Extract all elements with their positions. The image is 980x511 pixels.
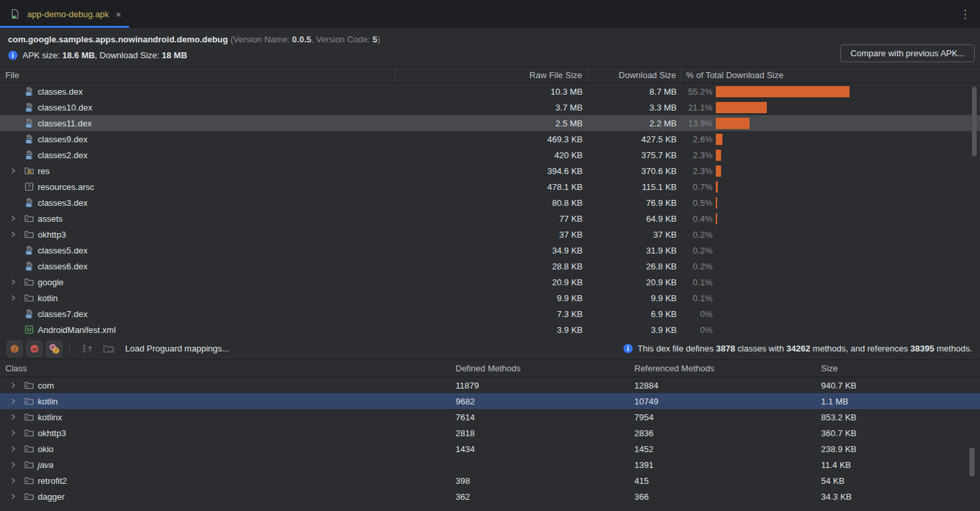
file-row[interactable]: 01classes.dex10.3 MB8.7 MB55.2% [0, 83, 980, 99]
column-header-pct-download-size[interactable]: % of Total Download Size [681, 67, 980, 83]
chevron-right-icon[interactable] [9, 294, 24, 302]
svg-text:01: 01 [26, 251, 30, 255]
defined-methods-value: 11879 [456, 381, 634, 391]
expand-tree-icon[interactable] [80, 342, 95, 356]
pct-cell: 0% [681, 309, 980, 319]
dex-summary: This dex file defines 3878 classes with … [623, 344, 972, 353]
referenced-methods-value: 1452 [634, 444, 821, 454]
column-header-file[interactable]: File [0, 67, 396, 83]
file-row[interactable]: 01classes2.dex420 KB375.7 KB2.3% [0, 147, 980, 163]
chevron-right-icon[interactable] [9, 445, 24, 453]
column-header-class[interactable]: Class [0, 363, 456, 373]
info-icon [623, 344, 633, 353]
file-name-label: classes6.dex [38, 261, 87, 271]
file-name-cell: res [0, 165, 396, 176]
show-methods-toggle-button[interactable]: m [26, 341, 42, 357]
column-header-download-size[interactable]: Download Size [588, 67, 681, 83]
class-row[interactable]: okio14341452238.9 KB [0, 441, 980, 457]
file-row[interactable]: 01classes6.dex28.8 KB26.8 KB0.2% [0, 258, 980, 274]
class-row[interactable]: java139111.4 KB [0, 457, 980, 473]
class-row[interactable]: dagger36236634.3 KB [0, 488, 980, 504]
defined-methods-value: 2818 [456, 428, 634, 438]
column-header-size[interactable]: Size [821, 363, 980, 373]
class-row[interactable]: com1187912884940.7 KB [0, 377, 980, 393]
defined-methods-value: 7614 [456, 412, 634, 422]
file-name-cell: ?resources.arsc [0, 181, 396, 192]
file-row[interactable]: 01classes3.dex80.8 KB76.9 KB0.5% [0, 195, 980, 210]
column-header-defined-methods[interactable]: Defined Methods [456, 363, 634, 373]
pct-value: 2.6% [681, 134, 712, 144]
package-title-line: com.google.samples.apps.nowinandroid.dem… [8, 32, 972, 47]
pct-bar [716, 118, 750, 129]
chevron-right-icon[interactable] [9, 214, 24, 222]
chevron-right-icon[interactable] [9, 397, 24, 405]
class-name-label: com [38, 381, 54, 391]
file-row[interactable]: res394.6 KB370.6 KB2.3% [0, 163, 980, 179]
file-table-scrollbar[interactable] [972, 87, 977, 156]
class-row[interactable]: kotlin9682107491.1 MB [0, 393, 980, 409]
chevron-right-icon[interactable] [9, 461, 24, 469]
file-name-cell: 01classes9.dex [0, 134, 396, 144]
text-segment: ) [377, 34, 380, 44]
class-name-cell: okhttp3 [0, 428, 456, 438]
tab-close-icon[interactable]: × [116, 9, 122, 19]
chevron-right-icon[interactable] [9, 429, 24, 437]
pct-cell: 0.4% [681, 213, 980, 224]
referenced-methods-value: 366 [634, 492, 821, 502]
pct-bar [716, 134, 722, 145]
file-row[interactable]: assets77 KB64.9 KB0.4% [0, 210, 980, 226]
file-row[interactable]: google20.9 KB20.9 KB0.1% [0, 274, 980, 290]
defined-methods-value: 9682 [456, 396, 634, 406]
chevron-right-icon[interactable] [9, 381, 24, 389]
defined-methods-value: 1434 [456, 444, 634, 454]
show-all-referenced-toggle-button[interactable]: m f [46, 341, 62, 357]
defined-methods-value: 362 [456, 492, 634, 502]
more-options-kebab-icon[interactable]: ⋮ [959, 0, 971, 28]
pct-cell: 0.7% [681, 181, 980, 193]
pct-value: 0.5% [681, 198, 712, 208]
text-segment: methods. [934, 344, 972, 353]
file-row[interactable]: MAndroidManifest.xml3.9 KB3.9 KB0% [0, 322, 980, 338]
text-segment: , Download Size: [95, 50, 162, 60]
chevron-right-icon[interactable] [9, 413, 24, 421]
download-size-value: 26.8 KB [588, 261, 681, 271]
chevron-right-icon[interactable] [9, 477, 24, 485]
file-name-label: okhttp3 [38, 230, 66, 240]
defined-methods-value: 398 [456, 476, 634, 486]
file-row[interactable]: 01classes9.dex469.3 KB427.5 KB2.6% [0, 131, 980, 147]
dex-file-icon: 01 [24, 150, 34, 160]
chevron-right-icon[interactable] [9, 167, 24, 175]
download-size-value: 375.7 KB [588, 150, 681, 160]
class-table-scrollbar[interactable] [969, 447, 975, 477]
pct-bar [716, 165, 721, 177]
file-name-label: google [38, 277, 64, 287]
folder-icon [24, 293, 34, 303]
class-row[interactable]: retrofit239841554 KB [0, 473, 980, 488]
file-row[interactable]: 01classes7.dex7.3 KB6.9 KB0% [0, 306, 980, 322]
file-row[interactable]: 01classes11.dex2.5 MB2.2 MB13.9% [0, 115, 980, 131]
file-row[interactable]: kotlin9.9 KB9.9 KB0.1% [0, 290, 980, 306]
pct-cell: 0.2% [681, 230, 980, 240]
show-fields-toggle-button[interactable]: f [7, 341, 23, 357]
file-row[interactable]: okhttp337 KB37 KB0.2% [0, 226, 980, 242]
file-row[interactable]: ?resources.arsc478.1 KB115.1 KB0.7% [0, 179, 980, 195]
download-size-value: 115.1 KB [588, 182, 681, 192]
chevron-right-icon[interactable] [9, 492, 24, 500]
chevron-right-icon[interactable] [9, 230, 24, 238]
class-row[interactable]: okhttp328182836360.7 KB [0, 425, 980, 441]
chevron-right-icon[interactable] [9, 278, 24, 286]
file-name-cell: kotlin [0, 293, 396, 303]
compare-previous-apk-button[interactable]: Compare with previous APK... [840, 44, 975, 62]
column-header-raw-file-size[interactable]: Raw File Size [396, 67, 588, 83]
file-row[interactable]: 01classes10.dex3.7 MB3.3 MB21.1% [0, 99, 980, 115]
column-header-referenced-methods[interactable]: Referenced Methods [634, 363, 821, 373]
tab-apk-file[interactable]: app-demo-debug.apk × [0, 0, 129, 28]
file-name-label: classes7.dex [38, 309, 87, 319]
text-segment: APK size: [23, 50, 62, 60]
svg-text:01: 01 [26, 156, 30, 160]
deobfuscate-names-icon[interactable]: a.b [101, 342, 116, 356]
folder-icon [24, 213, 34, 224]
raw-file-size-value: 37 KB [396, 230, 588, 240]
class-row[interactable]: kotlinx76147954853.2 KB [0, 409, 980, 425]
file-row[interactable]: 01classes5.dex34.9 KB31.9 KB0.2% [0, 242, 980, 258]
